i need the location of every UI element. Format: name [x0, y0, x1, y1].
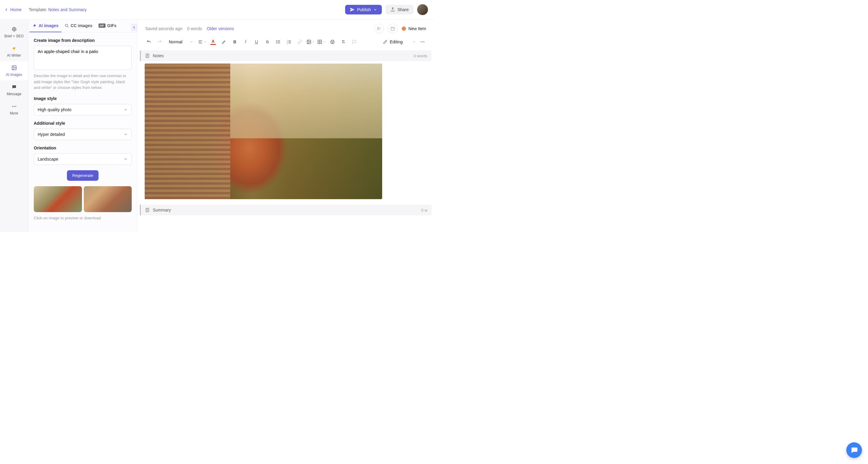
table-insert-group[interactable]	[317, 39, 326, 44]
undo-icon	[147, 39, 151, 44]
rail-brief-seo[interactable]: Brief + SEO	[0, 23, 28, 42]
format-select[interactable]: Normal	[166, 38, 195, 45]
editor-toolbar: Normal A B I U S 123	[137, 36, 434, 49]
topbar-right: Publish Share	[345, 4, 428, 15]
select-value: Hyper detailed	[38, 132, 65, 137]
topbar-left: Home Template: Notes and Summary	[4, 7, 87, 12]
image-icon	[11, 65, 17, 71]
undo-button[interactable]	[145, 38, 153, 46]
avatar[interactable]	[417, 4, 428, 15]
strike-button[interactable]: S	[263, 38, 272, 46]
redo-button[interactable]	[156, 38, 164, 46]
thumbnail-1[interactable]	[34, 186, 82, 212]
user-plus-icon	[376, 26, 381, 31]
image-panel: AI images CC images GIF GIFs Create imag…	[28, 20, 137, 232]
chevron-left-icon	[4, 7, 8, 12]
emoji-icon	[330, 39, 335, 44]
template-name[interactable]: Notes and Summary	[48, 7, 87, 12]
link-icon	[298, 39, 302, 44]
highlight-button[interactable]	[220, 38, 228, 46]
rail-message[interactable]: Message	[0, 81, 28, 100]
older-versions-link[interactable]: Older versions	[207, 26, 234, 31]
svg-point-9	[12, 106, 13, 107]
image-insert-group[interactable]	[307, 39, 315, 44]
tab-ai-images[interactable]: AI images	[30, 20, 61, 32]
new-item-label[interactable]: New Item	[402, 26, 426, 31]
regenerate-button[interactable]: Regenerate	[67, 170, 99, 181]
bold-button[interactable]: B	[230, 38, 239, 46]
rail-ai-images[interactable]: AI Images	[0, 61, 28, 81]
italic-button[interactable]: I	[241, 38, 250, 46]
underline-button[interactable]: U	[252, 38, 261, 46]
image-style-select[interactable]: High quality photo	[34, 104, 132, 115]
document-area[interactable]: Notes 0 words Summary 0 w	[137, 49, 434, 232]
bullet-list-button[interactable]	[274, 38, 282, 46]
select-value: Landscape	[38, 157, 59, 161]
image-style-label: Image style	[34, 96, 132, 101]
share-button[interactable]: Share	[385, 5, 413, 14]
dots-icon	[11, 103, 17, 110]
rail-more[interactable]: More	[0, 100, 28, 119]
publish-label: Publish	[357, 7, 371, 12]
thumbnail-2[interactable]	[84, 186, 132, 212]
editor-main: Saved seconds ago 0 words Older versions…	[137, 20, 434, 232]
svg-point-42	[332, 41, 332, 41]
prompt-helper: Describe the image in detail and then us…	[34, 73, 132, 91]
home-link[interactable]: Home	[4, 7, 22, 12]
editing-mode-select[interactable]: Editing	[383, 39, 416, 44]
table-icon	[317, 39, 322, 44]
numbered-list-button[interactable]: 123	[285, 38, 293, 46]
chat-icon	[11, 84, 17, 90]
comment-button[interactable]	[350, 38, 358, 46]
svg-point-11	[15, 106, 16, 107]
rail-label: AI Writer	[7, 53, 21, 58]
note-icon	[145, 208, 150, 212]
svg-point-25	[276, 41, 277, 42]
section-word-count: 0 words	[413, 54, 427, 58]
panel-collapse-button[interactable]	[131, 24, 137, 31]
clear-format-icon	[341, 39, 346, 44]
format-value: Normal	[169, 39, 182, 44]
save-status: Saved seconds ago	[145, 26, 182, 31]
calendar-button[interactable]	[388, 24, 398, 33]
inserted-image[interactable]	[145, 64, 382, 199]
more-toolbar-button[interactable]	[418, 38, 427, 46]
chevron-down-icon	[190, 40, 193, 44]
tab-label: CC images	[70, 23, 92, 28]
chevron-down-icon	[124, 107, 128, 112]
send-icon	[350, 7, 355, 12]
section-title: Notes	[153, 53, 164, 58]
create-label: Create image from description	[34, 38, 132, 43]
calendar-icon	[390, 26, 395, 31]
additional-style-select[interactable]: Hyper detailed	[34, 129, 132, 140]
text-color-button[interactable]: A	[209, 38, 217, 46]
tab-gifs[interactable]: GIF GIFs	[96, 20, 120, 32]
tab-label: GIFs	[107, 23, 117, 28]
section-summary-header[interactable]: Summary 0 w	[140, 205, 432, 215]
redo-icon	[157, 39, 162, 44]
clear-format-button[interactable]	[339, 38, 347, 46]
chevron-down-icon	[412, 40, 416, 44]
prompt-input[interactable]	[34, 46, 132, 70]
tab-cc-images[interactable]: CC images	[61, 20, 95, 32]
section-notes-header[interactable]: Notes 0 words	[140, 50, 432, 61]
chevron-down-icon	[312, 40, 315, 43]
emoji-button[interactable]	[328, 38, 337, 46]
svg-point-26	[276, 43, 277, 43]
rail-ai-writer[interactable]: AI Writer	[0, 42, 28, 61]
side-rail: Brief + SEO AI Writer AI Images Message …	[0, 20, 28, 232]
select-value: High quality photo	[38, 107, 71, 112]
add-user-button[interactable]	[374, 24, 384, 33]
align-group[interactable]	[198, 39, 207, 44]
word-count-top: 0 words	[187, 26, 202, 31]
svg-point-45	[422, 41, 423, 42]
publish-button[interactable]: Publish	[345, 5, 382, 14]
orientation-select[interactable]: Landscape	[34, 153, 132, 165]
link-button[interactable]	[296, 38, 304, 46]
svg-point-14	[377, 27, 379, 29]
section-title: Summary	[153, 208, 171, 212]
pencil-icon	[383, 40, 387, 44]
home-label: Home	[10, 7, 22, 12]
chevron-down-icon	[124, 132, 128, 136]
bolt-icon	[11, 45, 17, 52]
